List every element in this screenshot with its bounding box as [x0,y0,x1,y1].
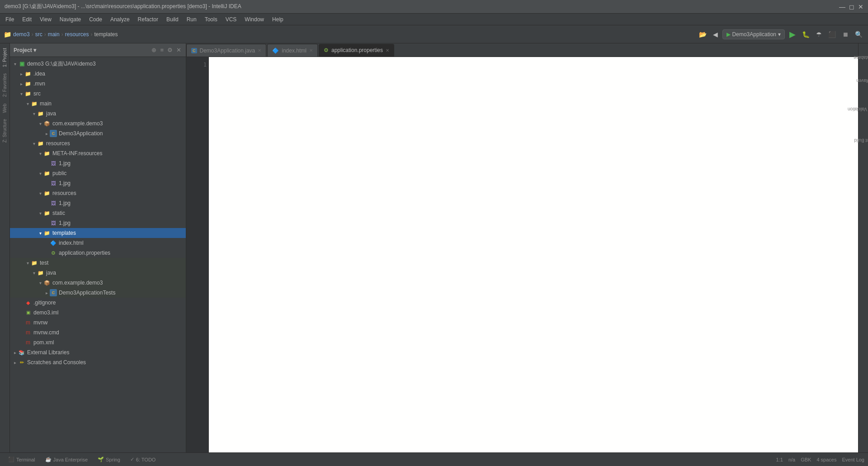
tree-item-pom[interactable]: m pom.xml [10,338,186,347]
stop-button[interactable]: ⏹ [840,29,850,40]
back-button[interactable]: ◀ [711,29,720,40]
expand-arrow[interactable] [37,191,43,196]
right-tab-bean-validation[interactable]: Bean Validation [845,106,868,113]
encoding[interactable]: GBK [801,457,811,462]
tree-item-public[interactable]: 📁 public [10,168,186,178]
expand-arrow[interactable] [37,281,43,285]
git-status[interactable]: n/a [788,457,795,462]
minimize-button[interactable]: — [839,3,845,10]
menu-item-refactor[interactable]: Refactor [134,15,162,24]
expand-arrow[interactable] [31,141,37,146]
expand-arrow[interactable] [37,151,43,156]
java-enterprise-tab[interactable]: ☕ Java Enterprise [41,455,92,464]
hide-button[interactable]: ✕ [175,46,182,54]
debug-button[interactable]: 🐛 [800,29,811,40]
expand-arrow[interactable] [24,261,31,266]
tree-item-src[interactable]: 📁 src [10,89,186,99]
close-button[interactable]: ✕ [858,3,863,10]
expand-arrow[interactable] [37,231,43,236]
code-area[interactable] [209,57,858,452]
tree-item-gitignore[interactable]: ◆ .gitignore [10,298,186,308]
tree-item-test[interactable]: 📁 test [10,258,186,268]
menu-item-window[interactable]: Window [241,15,268,24]
menu-item-file[interactable]: File [2,15,18,24]
tree-item-app-properties[interactable]: ⚙ application.properties [10,248,186,258]
menu-item-build[interactable]: Build [163,15,182,24]
tree-item-iml[interactable]: ▣ demo3.iml [10,308,186,318]
run-button[interactable]: ▶ [788,28,797,41]
menu-item-help[interactable]: Help [269,15,287,24]
expand-arrow[interactable] [43,131,50,136]
breadcrumb-src[interactable]: src [35,31,42,38]
tab-application-properties[interactable]: ⚙ application.properties ✕ [319,44,394,57]
event-log[interactable]: Event Log [842,457,864,462]
settings-button[interactable]: ⚙ [166,46,174,54]
expand-arrow[interactable] [43,290,50,295]
expand-arrow[interactable] [12,350,18,355]
sidebar-tab-project[interactable]: 1: Project [1,45,8,70]
menu-item-run[interactable]: Run [183,15,200,24]
tree-item-java-test[interactable]: 📁 java [10,268,186,278]
collapse-button[interactable]: ≡ [159,46,165,54]
expand-arrow[interactable] [12,62,18,67]
search-button[interactable]: 🔍 [853,29,864,40]
expand-arrow[interactable] [37,121,43,126]
maximize-button[interactable]: ◻ [849,3,854,10]
tree-item-jpg1[interactable]: 🖼 1.jpg [10,158,186,168]
caret-position[interactable]: 1:1 [776,457,783,462]
menu-item-code[interactable]: Code [85,15,106,24]
expand-arrow[interactable] [31,111,37,116]
tab-index-html[interactable]: 🔷 index.html ✕ [267,44,318,57]
expand-arrow[interactable] [18,71,24,76]
tree-item-mvnw-cmd[interactable]: m mvnw.cmd [10,328,186,338]
tree-item-mvnw[interactable]: m mvnw [10,318,186,328]
menu-item-edit[interactable]: Edit [19,15,35,24]
run-config-selector[interactable]: ▶ Demo3Application ▾ [722,29,785,39]
expand-arrow[interactable] [12,360,18,365]
tree-item-java[interactable]: 📁 java [10,109,186,119]
tree-item-main[interactable]: 📁 main [10,99,186,109]
terminal-tab[interactable]: ⬛ Terminal [4,455,40,464]
breadcrumb-main[interactable]: main [48,31,60,38]
menu-item-view[interactable]: View [36,15,55,24]
expand-arrow[interactable] [24,101,31,106]
expand-arrow[interactable] [37,171,43,176]
sidebar-tab-favorites[interactable]: 2: Favorites [1,71,8,100]
tree-item-idea[interactable]: 📁 .idea [10,69,186,79]
tree-item-demo3application[interactable]: C Demo3Application [10,128,186,138]
menu-item-navigate[interactable]: Navigate [56,15,85,24]
breadcrumb-resources[interactable]: resources [65,31,89,38]
sidebar-tab-web[interactable]: Web [1,101,8,115]
spring-tab[interactable]: 🌱 Spring [93,455,125,464]
todo-tab[interactable]: ✓ 6: TODO [126,455,160,464]
coverage-button[interactable]: ☂ [814,29,824,40]
tree-item-jpg3[interactable]: 🖼 1.jpg [10,198,186,208]
tree-item-package[interactable]: 📦 com.example.demo3 [10,119,186,128]
tab-close-button[interactable]: ✕ [309,48,313,53]
menu-item-vcs[interactable]: VCS [222,15,241,24]
tree-item-ext-libraries[interactable]: 📚 External Libraries [10,347,186,357]
expand-arrow[interactable] [37,211,43,216]
locate-button[interactable]: ⊕ [151,46,157,54]
tree-item-scratches[interactable]: ✏ Scratches and Consoles [10,357,186,367]
tab-close-button[interactable]: ✕ [258,48,261,53]
tree-item-resources[interactable]: 📁 resources [10,138,186,148]
tree-item-static[interactable]: 📁 static [10,208,186,218]
tree-item-demo3[interactable]: ▣ demo3 G:\桌面\JAVA\demo3 [10,59,186,69]
expand-arrow[interactable] [18,91,24,96]
tab-close-button[interactable]: ✕ [386,48,389,53]
menu-item-tools[interactable]: Tools [201,15,221,24]
tree-item-package-test[interactable]: 📦 com.example.demo3 [10,278,186,288]
tree-item-jpg2[interactable]: 🖼 1.jpg [10,178,186,188]
menu-item-analyze[interactable]: Analyze [107,15,133,24]
right-tab-maven[interactable]: Maven [854,77,868,84]
tree-item-mvn[interactable]: 📁 .mvn [10,79,186,89]
tree-item-jpg4[interactable]: 🖼 1.jpg [10,218,186,228]
tree-item-resources2[interactable]: 📁 resources [10,188,186,198]
tree-item-metainf[interactable]: 📁 META-INF.resources [10,148,186,158]
indent-settings[interactable]: 4 spaces [816,457,836,462]
sidebar-tab-structure[interactable]: Z: Structure [1,116,8,145]
tree-item-templates[interactable]: 📁 templates [10,228,186,238]
open-in-finder-button[interactable]: 📂 [697,29,708,40]
expand-arrow[interactable] [18,81,24,86]
